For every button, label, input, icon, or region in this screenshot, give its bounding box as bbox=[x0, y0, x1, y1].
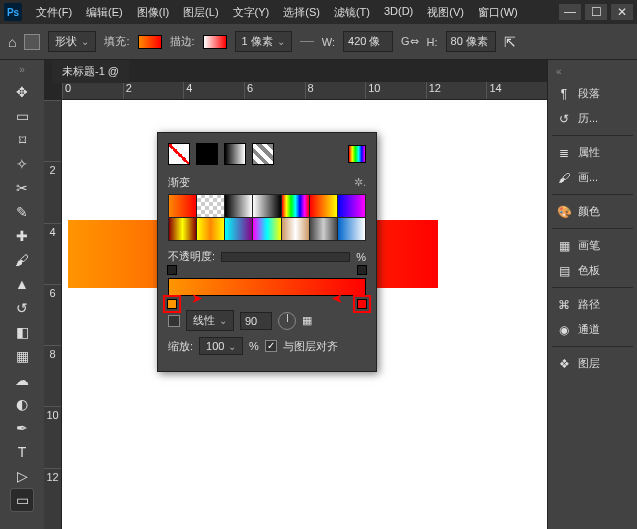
menu-image[interactable]: 图像(I) bbox=[131, 2, 175, 23]
panel-段落[interactable]: ¶段落 bbox=[552, 81, 633, 106]
brush-tool[interactable]: 🖌 bbox=[11, 249, 33, 271]
panel-画...[interactable]: 🖌画... bbox=[552, 165, 633, 190]
arrow-left-icon: ➤ bbox=[191, 290, 203, 306]
gradient-tool[interactable]: ▦ bbox=[11, 345, 33, 367]
gradient-preset-13[interactable] bbox=[338, 218, 365, 240]
highlight-left bbox=[163, 295, 181, 313]
gradient-preset-7[interactable] bbox=[169, 218, 196, 240]
opacity-slider[interactable] bbox=[221, 252, 350, 262]
document-tab[interactable]: 未标题-1 @ bbox=[52, 60, 129, 83]
maximize-button[interactable]: ☐ bbox=[585, 4, 607, 20]
menu-layer[interactable]: 图层(L) bbox=[177, 2, 224, 23]
opacity-stop-right[interactable] bbox=[357, 265, 367, 275]
width-field[interactable]: 420 像 bbox=[343, 31, 393, 52]
gradient-preset-0[interactable] bbox=[169, 195, 196, 217]
gradient-preset-9[interactable] bbox=[225, 218, 252, 240]
eyedropper-tool[interactable]: ✎ bbox=[11, 201, 33, 223]
stroke-width-field[interactable]: 1 像素 bbox=[235, 31, 292, 52]
panel-属性[interactable]: ≣属性 bbox=[552, 140, 633, 165]
menu-file[interactable]: 文件(F) bbox=[30, 2, 78, 23]
gradient-preset-11[interactable] bbox=[282, 218, 309, 240]
toolbar-grip-icon[interactable]: » bbox=[19, 64, 25, 75]
move-tool[interactable]: ✥ bbox=[11, 81, 33, 103]
export-icon[interactable]: ⇱ bbox=[504, 34, 516, 50]
rectangle-tool[interactable]: ▭ bbox=[11, 489, 33, 511]
marquee-tool[interactable]: ▭ bbox=[11, 105, 33, 127]
scale-pct: % bbox=[249, 340, 259, 352]
menu-edit[interactable]: 编辑(E) bbox=[80, 2, 129, 23]
type-tool[interactable]: T bbox=[11, 441, 33, 463]
gear-icon[interactable]: ✲. bbox=[354, 176, 366, 189]
align-label: 与图层对齐 bbox=[283, 339, 338, 354]
panel-画笔[interactable]: ▦画笔 bbox=[552, 233, 633, 258]
angle-dial[interactable] bbox=[278, 312, 296, 330]
fill-pattern-swatch[interactable] bbox=[252, 143, 274, 165]
dodge-tool[interactable]: ◐ bbox=[11, 393, 33, 415]
fill-gradient-swatch[interactable] bbox=[224, 143, 246, 165]
menu-filter[interactable]: 滤镜(T) bbox=[328, 2, 376, 23]
menu-type[interactable]: 文字(Y) bbox=[227, 2, 276, 23]
gradient-preset-3[interactable] bbox=[253, 195, 280, 217]
stamp-tool[interactable]: ▲ bbox=[11, 273, 33, 295]
gradient-style-dropdown[interactable]: 线性 bbox=[186, 310, 234, 331]
heal-tool[interactable]: ✚ bbox=[11, 225, 33, 247]
fill-label: 填充: bbox=[104, 34, 129, 49]
dither-icon[interactable]: ▦ bbox=[302, 314, 312, 327]
menu-window[interactable]: 窗口(W) bbox=[472, 2, 524, 23]
gradient-preset-2[interactable] bbox=[225, 195, 252, 217]
pen-tool[interactable]: ✒ bbox=[11, 417, 33, 439]
gradient-preset-12[interactable] bbox=[310, 218, 337, 240]
menu-select[interactable]: 选择(S) bbox=[277, 2, 326, 23]
lasso-tool[interactable]: ⌑ bbox=[11, 129, 33, 151]
history-brush-tool[interactable]: ↺ bbox=[11, 297, 33, 319]
gradient-editor-bar[interactable]: ➤ ➤ bbox=[168, 278, 366, 296]
panel-label: 历... bbox=[578, 111, 598, 126]
color-picker-icon[interactable] bbox=[348, 145, 366, 163]
stroke-style[interactable] bbox=[300, 41, 314, 42]
panel-历...[interactable]: ↺历... bbox=[552, 106, 633, 131]
panel-颜色[interactable]: 🎨颜色 bbox=[552, 199, 633, 224]
gradient-preset-10[interactable] bbox=[253, 218, 280, 240]
gradient-title: 渐变 bbox=[168, 175, 190, 190]
panel-路径[interactable]: ⌘路径 bbox=[552, 292, 633, 317]
scale-field[interactable]: 100 bbox=[199, 337, 243, 355]
gradient-preset-4[interactable] bbox=[282, 195, 309, 217]
menu-view[interactable]: 视图(V) bbox=[421, 2, 470, 23]
panel-图层[interactable]: ❖图层 bbox=[552, 351, 633, 376]
panel-icon: ≣ bbox=[556, 146, 572, 160]
panel-icon: ▦ bbox=[556, 239, 572, 253]
width-label: W: bbox=[322, 36, 335, 48]
close-button[interactable]: ✕ bbox=[611, 4, 633, 20]
reverse-checkbox[interactable] bbox=[168, 315, 180, 327]
panel-色板[interactable]: ▤色板 bbox=[552, 258, 633, 283]
fill-none-swatch[interactable] bbox=[168, 143, 190, 165]
home-icon[interactable]: ⌂ bbox=[8, 34, 16, 50]
height-label: H: bbox=[427, 36, 438, 48]
blur-tool[interactable]: ☁ bbox=[11, 369, 33, 391]
gradient-preset-6[interactable] bbox=[338, 195, 365, 217]
link-wh-icon[interactable]: G⇔ bbox=[401, 35, 419, 48]
gradient-preset-5[interactable] bbox=[310, 195, 337, 217]
opacity-stop-left[interactable] bbox=[167, 265, 177, 275]
shape-mode-dropdown[interactable]: 形状 bbox=[48, 31, 96, 52]
panel-grip-icon[interactable]: « bbox=[552, 66, 633, 81]
crop-tool[interactable]: ✂ bbox=[11, 177, 33, 199]
align-checkbox[interactable] bbox=[265, 340, 277, 352]
panel-icon: ⌘ bbox=[556, 298, 572, 312]
gradient-preset-1[interactable] bbox=[197, 195, 224, 217]
menu-3d[interactable]: 3D(D) bbox=[378, 2, 419, 23]
eraser-tool[interactable]: ◧ bbox=[11, 321, 33, 343]
height-field[interactable]: 80 像素 bbox=[446, 31, 496, 52]
panel-通道[interactable]: ◉通道 bbox=[552, 317, 633, 342]
stroke-swatch[interactable] bbox=[203, 35, 227, 49]
title-bar: Ps 文件(F) 编辑(E) 图像(I) 图层(L) 文字(Y) 选择(S) 滤… bbox=[0, 0, 637, 24]
wand-tool[interactable]: ✧ bbox=[11, 153, 33, 175]
fill-swatch[interactable] bbox=[138, 35, 162, 49]
fill-solid-swatch[interactable] bbox=[196, 143, 218, 165]
minimize-button[interactable]: — bbox=[559, 4, 581, 20]
path-select-tool[interactable]: ▷ bbox=[11, 465, 33, 487]
gradient-preset-8[interactable] bbox=[197, 218, 224, 240]
angle-field[interactable]: 90 bbox=[240, 312, 272, 330]
tool-preset[interactable] bbox=[24, 34, 40, 50]
opacity-pct: % bbox=[356, 251, 366, 263]
